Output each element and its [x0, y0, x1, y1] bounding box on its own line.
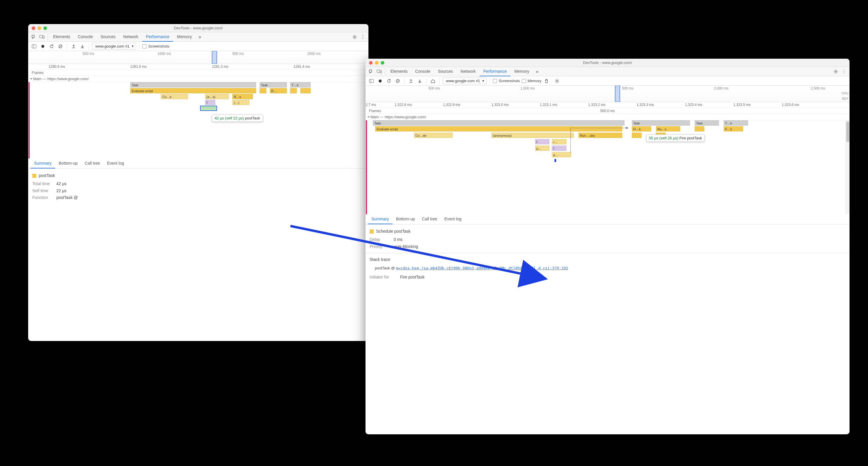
- tab-summary[interactable]: Summary: [31, 158, 55, 169]
- flame-bar-task[interactable]: Task: [694, 120, 719, 125]
- device-toolbar-icon[interactable]: [375, 68, 383, 76]
- frames-row[interactable]: Frames 500.0 ms: [366, 108, 849, 114]
- flame-bar[interactable]: f: [552, 146, 566, 151]
- more-tabs-icon[interactable]: »: [533, 68, 541, 76]
- kebab-menu-icon[interactable]: ⋮: [840, 68, 848, 76]
- zoom-icon[interactable]: [381, 61, 384, 64]
- garbage-collect-icon[interactable]: [543, 78, 550, 85]
- tab-event-log[interactable]: Event log: [103, 158, 128, 169]
- minimize-icon[interactable]: [37, 26, 41, 30]
- tab-elements[interactable]: Elements: [50, 32, 74, 42]
- tab-sources[interactable]: Sources: [434, 67, 457, 76]
- trace-select[interactable]: www.google.com #1 ▼: [92, 43, 136, 50]
- gear-icon[interactable]: [832, 68, 840, 76]
- stack-trace-link[interactable]: m=cdos,hsm,jsa,mb4ZUb,cEt90b,SNUn3,qddgK…: [396, 266, 568, 270]
- overview-selection[interactable]: [212, 51, 217, 64]
- screenshots-checkbox[interactable]: Screenshots: [493, 79, 520, 83]
- flame-bar[interactable]: p…: [552, 152, 571, 157]
- flame-bar-task[interactable]: Task: [373, 120, 624, 125]
- disclosure-triangle-icon[interactable]: [368, 116, 370, 118]
- flame-bar[interactable]: f: [535, 139, 550, 144]
- tab-bottom-up[interactable]: Bottom-up: [55, 158, 81, 169]
- flame-bar[interactable]: F…k: [724, 126, 743, 132]
- overview-selection[interactable]: [615, 86, 620, 102]
- tab-performance[interactable]: Performance: [142, 32, 173, 42]
- tab-bottom-up[interactable]: Bottom-up: [393, 214, 418, 224]
- tab-memory[interactable]: Memory: [511, 67, 533, 76]
- flame-bar-task[interactable]: Task: [130, 82, 256, 87]
- flame-chart[interactable]: Task Task T…k Evaluate script R… Co…e (a…: [28, 82, 368, 158]
- upload-icon[interactable]: [407, 78, 414, 85]
- download-icon[interactable]: [79, 43, 86, 50]
- gear-icon[interactable]: [554, 78, 561, 85]
- overview-ruler[interactable]: 500 ms 1,000 ms 500 ms 2,000 ms 2,500 ms…: [366, 86, 849, 102]
- clear-icon[interactable]: [394, 78, 401, 85]
- record-icon[interactable]: [377, 78, 384, 85]
- flame-bar-task[interactable]: T…k: [724, 120, 748, 125]
- flame-bar[interactable]: R…s: [232, 94, 253, 99]
- device-toolbar-icon[interactable]: [38, 33, 46, 41]
- titlebar[interactable]: DevTools - www.google.com/: [366, 59, 849, 67]
- tab-elements[interactable]: Elements: [387, 67, 411, 76]
- main-track-header[interactable]: Main — https://www.google.com/: [28, 76, 368, 82]
- flame-bar[interactable]: Co…de: [414, 133, 453, 138]
- tab-event-log[interactable]: Event log: [441, 214, 465, 224]
- scrollbar-thumb[interactable]: [846, 121, 849, 142]
- main-track-header[interactable]: Main — https://www.google.com/: [366, 114, 849, 120]
- close-icon[interactable]: [369, 61, 373, 64]
- scrollbar[interactable]: [845, 120, 849, 214]
- memory-checkbox[interactable]: Memory: [522, 79, 541, 83]
- flame-bar-task[interactable]: T…k: [290, 82, 311, 87]
- flame-bar[interactable]: Co…e: [161, 94, 188, 99]
- tab-call-tree[interactable]: Call tree: [81, 158, 103, 169]
- close-icon[interactable]: [32, 26, 35, 30]
- flame-bar[interactable]: [290, 88, 297, 93]
- download-icon[interactable]: [416, 78, 423, 85]
- flame-bar-evaluate-script[interactable]: Evaluate script: [130, 88, 256, 93]
- tab-call-tree[interactable]: Call tree: [418, 214, 441, 224]
- flame-bar[interactable]: f: [205, 100, 215, 105]
- flame-bar-task[interactable]: Task: [632, 120, 690, 125]
- tab-sources[interactable]: Sources: [97, 32, 119, 42]
- inspect-icon[interactable]: [30, 33, 37, 41]
- tab-network[interactable]: Network: [120, 32, 142, 42]
- tab-memory[interactable]: Memory: [174, 32, 196, 42]
- flame-bar[interactable]: r…: [552, 139, 566, 144]
- toggle-sidebar-icon[interactable]: [31, 43, 37, 50]
- more-tabs-icon[interactable]: »: [196, 33, 204, 41]
- flame-bar[interactable]: (a…s): [205, 94, 229, 99]
- zoom-icon[interactable]: [43, 26, 47, 30]
- tab-summary[interactable]: Summary: [368, 214, 393, 224]
- gear-icon[interactable]: [351, 33, 359, 41]
- reload-icon[interactable]: [385, 78, 393, 85]
- titlebar[interactable]: DevTools - www.google.com/: [28, 24, 368, 32]
- flame-bar[interactable]: p…: [535, 146, 550, 151]
- frames-row[interactable]: Frames: [28, 70, 368, 76]
- tab-console[interactable]: Console: [74, 32, 96, 42]
- tab-network[interactable]: Network: [457, 67, 479, 76]
- flame-chart[interactable]: Task Task Task T…k Evaluate script Fi…k …: [366, 120, 849, 214]
- flame-bar-task[interactable]: Task: [259, 82, 287, 87]
- tab-performance[interactable]: Performance: [479, 67, 510, 76]
- kebab-menu-icon[interactable]: ⋮: [359, 33, 367, 41]
- flame-bar[interactable]: (…): [232, 100, 249, 105]
- flame-bar[interactable]: R…: [270, 88, 287, 93]
- flame-bar[interactable]: [694, 126, 704, 132]
- disclosure-triangle-icon[interactable]: [30, 78, 33, 80]
- flame-bar[interactable]: [259, 88, 266, 93]
- time-ruler[interactable]: 1280.8 ms 1281.0 ms 1281.2 ms 1281.4 ms: [28, 64, 368, 70]
- home-icon[interactable]: [430, 78, 436, 85]
- screenshots-checkbox[interactable]: Screenshots: [142, 44, 169, 49]
- inspect-icon[interactable]: [367, 68, 375, 76]
- toggle-sidebar-icon[interactable]: [368, 78, 375, 85]
- upload-icon[interactable]: [70, 43, 77, 50]
- flame-bar[interactable]: (anonymous): [491, 133, 574, 138]
- flame-bar[interactable]: Ru…s: [656, 126, 680, 132]
- trace-select[interactable]: www.google.com #1 ▼: [443, 78, 487, 84]
- clear-icon[interactable]: [57, 43, 64, 50]
- minimize-icon[interactable]: [375, 61, 378, 64]
- reload-icon[interactable]: [48, 43, 55, 50]
- time-ruler[interactable]: 2.7 ms 1,322.8 ms 1,322.9 ms 1,323.0 ms …: [366, 102, 849, 108]
- record-icon[interactable]: [39, 43, 46, 50]
- flame-bar-selected[interactable]: [200, 106, 217, 111]
